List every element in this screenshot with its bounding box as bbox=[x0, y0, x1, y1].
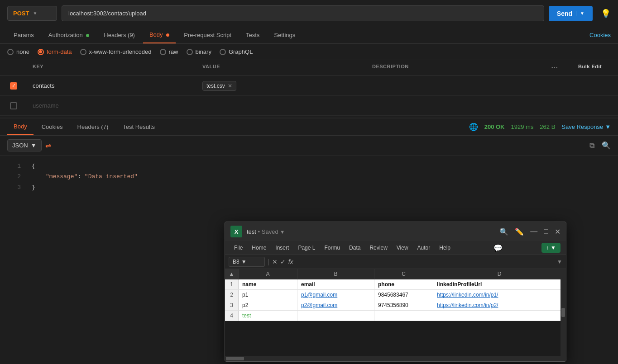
excel-saved-indicator: • Saved bbox=[258, 228, 278, 235]
json-line-1: 1 { bbox=[7, 161, 611, 171]
excel-scrollbar-thumb-v bbox=[561, 308, 565, 317]
cell-reference-box[interactable]: B8 ▼ bbox=[229, 257, 265, 267]
formula-cancel-icon[interactable]: ✕ bbox=[272, 258, 278, 265]
copy-icon[interactable]: ⧉ bbox=[589, 142, 594, 150]
col-header-c[interactable]: C bbox=[374, 269, 433, 279]
cell-d1[interactable]: linkedinProfileUrl bbox=[433, 279, 566, 289]
filter-icon[interactable]: ⇌ bbox=[45, 141, 51, 150]
tab-body[interactable]: Body bbox=[143, 27, 176, 43]
excel-search-icon[interactable]: 🔍 bbox=[499, 227, 508, 236]
formula-input[interactable] bbox=[296, 258, 555, 266]
cell-b3[interactable]: p2@gmail.com bbox=[297, 300, 374, 310]
radio-binary[interactable]: binary bbox=[187, 48, 211, 55]
cell-c1[interactable]: phone bbox=[374, 279, 433, 289]
cell-c3[interactable]: 9745356890 bbox=[374, 300, 433, 310]
checkbox-header-cell bbox=[0, 64, 27, 72]
tab-authorization[interactable]: Authorization bbox=[42, 27, 96, 43]
excel-menu-view[interactable]: View bbox=[393, 243, 412, 253]
file-chip-close-icon[interactable]: ✕ bbox=[228, 83, 232, 89]
row2-description-cell[interactable] bbox=[367, 102, 537, 109]
save-response-chevron-icon: ▼ bbox=[605, 123, 611, 130]
cell-b4[interactable] bbox=[297, 311, 374, 321]
send-button[interactable]: Send ▼ bbox=[549, 6, 593, 21]
cell-a3[interactable]: p2 bbox=[239, 300, 297, 310]
cell-d2[interactable]: https://linkedin.com/in/p1/ bbox=[433, 290, 566, 300]
excel-close-icon[interactable]: ✕ bbox=[555, 227, 561, 236]
tab-headers[interactable]: Headers (9) bbox=[97, 27, 141, 43]
formula-confirm-icon[interactable]: ✓ bbox=[280, 258, 286, 265]
cell-d3[interactable]: https://linkedin.com/in/p2/ bbox=[433, 300, 566, 310]
radio-urlencoded-circle bbox=[80, 49, 86, 55]
formula-chevron-icon: ▼ bbox=[557, 259, 562, 265]
row1-checkbox[interactable]: ✓ bbox=[10, 82, 17, 90]
excel-menu-home[interactable]: Home bbox=[248, 243, 270, 253]
method-text: POST bbox=[13, 10, 29, 17]
row1-checkbox-cell[interactable]: ✓ bbox=[0, 79, 27, 93]
excel-share-button[interactable]: ↑ ▼ bbox=[541, 243, 561, 253]
excel-comment-icon[interactable]: 💬 bbox=[493, 244, 503, 252]
row1-key-cell[interactable]: contacts bbox=[27, 79, 197, 93]
sheet-column-headers: ▲ A B C D bbox=[225, 269, 566, 279]
excel-menu-insert[interactable]: Insert bbox=[272, 243, 292, 253]
excel-maximize-icon[interactable]: □ bbox=[544, 227, 548, 236]
response-meta: 🌐 200 OK 1929 ms 262 B Save Response ▼ bbox=[469, 123, 611, 131]
method-select[interactable]: POST ▼ bbox=[7, 6, 57, 21]
formula-icons: ✕ ✓ fx bbox=[272, 258, 293, 265]
cell-b1[interactable]: email bbox=[297, 279, 374, 289]
excel-menu-data[interactable]: Data bbox=[345, 243, 364, 253]
response-tab-headers[interactable]: Headers (7) bbox=[71, 119, 115, 135]
cell-a4[interactable]: test bbox=[239, 311, 297, 321]
formula-separator: | bbox=[268, 258, 269, 265]
cell-a2[interactable]: p1 bbox=[239, 290, 297, 300]
response-tab-body[interactable]: Body bbox=[7, 118, 34, 135]
cell-d4[interactable] bbox=[433, 311, 566, 321]
excel-menu-review[interactable]: Review bbox=[366, 243, 391, 253]
file-chip: test.csv ✕ bbox=[202, 81, 236, 91]
cell-b2[interactable]: p1@gmail.com bbox=[297, 290, 374, 300]
body-type-row: none form-data x-www-form-urlencoded raw… bbox=[0, 44, 618, 60]
excel-menu-file[interactable]: File bbox=[230, 243, 246, 253]
response-tab-test-results[interactable]: Test Results bbox=[116, 119, 161, 135]
radio-graphql[interactable]: GraphQL bbox=[220, 48, 253, 55]
table-row: ✓ contacts test.csv ✕ bbox=[0, 76, 618, 96]
top-bar: POST ▼ Send ▼ 💡 bbox=[0, 0, 618, 27]
cell-a1[interactable]: name bbox=[239, 279, 297, 289]
row1-description-cell[interactable] bbox=[367, 82, 537, 90]
excel-vertical-scrollbar[interactable] bbox=[561, 269, 566, 356]
tab-tests[interactable]: Tests bbox=[240, 27, 266, 43]
excel-menu-page-layout[interactable]: Page L bbox=[294, 243, 319, 253]
lightbulb-icon: 💡 bbox=[601, 9, 611, 19]
radio-raw[interactable]: raw bbox=[160, 48, 178, 55]
row2-checkbox-cell[interactable] bbox=[0, 99, 27, 113]
col-header-a[interactable]: A bbox=[239, 269, 297, 279]
excel-horizontal-scrollbar[interactable] bbox=[225, 356, 566, 361]
excel-menu-help[interactable]: Help bbox=[436, 243, 454, 253]
col-header-b[interactable]: B bbox=[297, 269, 374, 279]
row2-checkbox[interactable] bbox=[10, 102, 17, 109]
request-tabs: Params Authorization Headers (9) Body Pr… bbox=[0, 27, 618, 44]
format-select[interactable]: JSON ▼ bbox=[7, 139, 42, 151]
excel-edit-icon[interactable]: ✏️ bbox=[515, 227, 524, 236]
radio-urlencoded[interactable]: x-www-form-urlencoded bbox=[80, 48, 152, 55]
excel-menu-formulas[interactable]: Formu bbox=[321, 243, 344, 253]
cell-c4[interactable] bbox=[374, 311, 433, 321]
excel-title-chevron-icon: ▼ bbox=[280, 229, 285, 235]
excel-minimize-icon[interactable]: — bbox=[530, 227, 537, 236]
json-line-3: 3 } bbox=[7, 182, 611, 193]
authorization-dot bbox=[86, 34, 89, 37]
response-tab-cookies[interactable]: Cookies bbox=[35, 119, 69, 135]
row2-key-cell[interactable]: username bbox=[27, 99, 197, 113]
save-response-button[interactable]: Save Response ▼ bbox=[561, 123, 611, 130]
tab-pre-request-script[interactable]: Pre-request Script bbox=[177, 27, 238, 43]
tab-params[interactable]: Params bbox=[7, 27, 40, 43]
tab-settings[interactable]: Settings bbox=[268, 27, 302, 43]
excel-menu-automate[interactable]: Autor bbox=[414, 243, 434, 253]
search-icon[interactable]: 🔍 bbox=[602, 141, 611, 150]
col-header-d[interactable]: D bbox=[433, 269, 566, 279]
radio-none[interactable]: none bbox=[7, 48, 29, 55]
cookies-link[interactable]: Cookies bbox=[589, 32, 611, 38]
radio-form-data[interactable]: form-data bbox=[38, 48, 72, 55]
url-input[interactable] bbox=[62, 5, 544, 21]
cell-c2[interactable]: 9845683467 bbox=[374, 290, 433, 300]
row2-value-cell[interactable] bbox=[197, 102, 367, 109]
